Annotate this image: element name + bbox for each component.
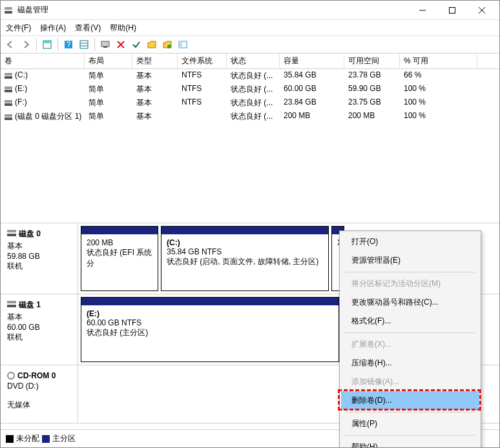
svg-rect-11 [101, 41, 109, 46]
maximize-button[interactable] [437, 1, 467, 19]
col-free[interactable]: 可用空间 [344, 54, 400, 68]
ctx-extend: 扩展卷(X)... [341, 335, 479, 354]
col-layout[interactable]: 布局 [85, 54, 132, 68]
column-headers: 卷 布局 类型 文件系统 状态 容量 可用空间 % 可用 [1, 54, 499, 69]
svg-point-13 [167, 45, 171, 48]
svg-rect-12 [103, 46, 107, 48]
computer-icon[interactable] [98, 37, 112, 52]
partition[interactable]: (C:)35.84 GB NTFS状态良好 (启动, 页面文件, 故障转储, 主… [161, 226, 329, 291]
ctx-change-letter[interactable]: 更改驱动器号和路径(C)... [341, 293, 479, 312]
ctx-mirror: 添加镜像(A)... [341, 372, 479, 391]
view-top-button[interactable] [40, 37, 54, 52]
back-button[interactable] [3, 37, 17, 52]
ctx-help[interactable]: 帮助(H) [341, 438, 479, 448]
app-icon [3, 5, 14, 15]
window-title: 磁盘管理 [17, 5, 408, 15]
check-icon[interactable] [129, 37, 143, 52]
legend-unallocated: 未分配 [16, 433, 39, 444]
forward-button[interactable] [19, 37, 33, 52]
partition[interactable]: (E:)60.00 GB NTFS状态良好 (主分区) [81, 297, 339, 362]
menu-view[interactable]: 查看(V) [75, 23, 101, 34]
ctx-mark-active: 将分区标记为活动分区(M) [341, 274, 479, 293]
menubar: 文件(F) 操作(A) 查看(V) 帮助(H) [1, 20, 499, 36]
col-fs[interactable]: 文件系统 [178, 54, 227, 68]
refresh-icon[interactable] [160, 37, 174, 52]
ctx-format[interactable]: 格式化(F)... [341, 312, 479, 331]
svg-text:?: ? [67, 40, 71, 49]
volume-row[interactable]: (F:)简单基本NTFS状态良好 (...23.84 GB23.75 GB100… [1, 96, 499, 110]
volume-list: 卷 布局 类型 文件系统 状态 容量 可用空间 % 可用 (C:)简单基本NTF… [1, 54, 499, 223]
col-volume[interactable]: 卷 [1, 54, 85, 68]
svg-rect-8 [80, 41, 88, 48]
svg-rect-15 [179, 41, 182, 48]
minimize-button[interactable] [408, 1, 437, 19]
volume-row[interactable]: (磁盘 0 磁盘分区 1)简单基本状态良好 (...200 MB200 MB10… [1, 110, 499, 123]
list-icon[interactable] [77, 37, 91, 52]
legend-primary: 主分区 [52, 433, 76, 444]
ctx-open[interactable]: 打开(O) [341, 232, 479, 251]
volume-row[interactable]: (E:)简单基本NTFS状态良好 (...60.00 GB59.90 GB100… [1, 83, 499, 96]
help-icon[interactable]: ? [61, 37, 76, 52]
toolbar: ? [1, 36, 499, 54]
panel-icon[interactable] [176, 37, 190, 52]
swatch-unallocated [6, 435, 14, 443]
col-capacity[interactable]: 容量 [280, 54, 344, 68]
menu-file[interactable]: 文件(F) [6, 23, 31, 34]
ctx-shrink[interactable]: 压缩卷(H)... [341, 354, 479, 372]
col-type[interactable]: 类型 [132, 54, 178, 68]
context-menu: 打开(O) 资源管理器(E) 将分区标记为活动分区(M) 更改驱动器号和路径(C… [339, 230, 481, 448]
menu-action[interactable]: 操作(A) [40, 23, 66, 34]
svg-rect-1 [450, 7, 455, 13]
delete-icon[interactable] [114, 37, 128, 52]
ctx-explorer[interactable]: 资源管理器(E) [341, 251, 479, 270]
col-pct[interactable]: % 可用 [400, 54, 477, 68]
close-button[interactable] [467, 1, 497, 19]
swatch-primary [42, 435, 50, 443]
col-status[interactable]: 状态 [227, 54, 280, 68]
folder-icon[interactable] [145, 37, 159, 52]
ctx-delete-volume[interactable]: 删除卷(D)... [341, 391, 479, 410]
menu-help[interactable]: 帮助(H) [110, 23, 136, 34]
ctx-properties[interactable]: 属性(P) [341, 414, 479, 433]
svg-rect-5 [43, 41, 51, 43]
titlebar: 磁盘管理 [1, 1, 499, 20]
partition[interactable]: 200 MB状态良好 (EFI 系统分 [81, 226, 158, 291]
volume-row[interactable]: (C:)简单基本NTFS状态良好 (...35.84 GB23.78 GB66 … [1, 69, 499, 83]
